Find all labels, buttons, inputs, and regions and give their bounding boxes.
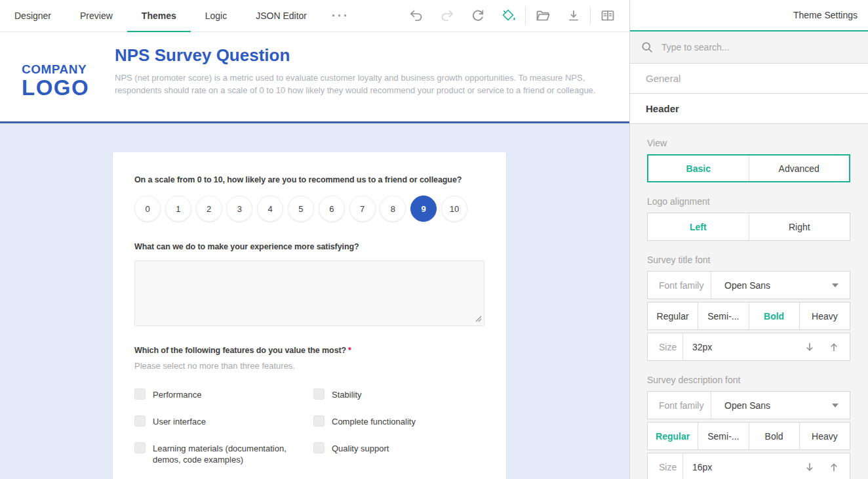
search-icon bbox=[641, 41, 654, 54]
choice-stability: Stability bbox=[313, 388, 484, 400]
arrow-up-icon bbox=[829, 462, 839, 472]
choice-learning-materials: Learning materials (documentation, demos… bbox=[134, 442, 313, 465]
survey-page-card: On a scale from 0 to 10, how likely are … bbox=[113, 152, 506, 479]
title-font-size-input[interactable]: 32px bbox=[683, 342, 797, 352]
description-font-family-row: Font family Open Sans bbox=[647, 391, 850, 419]
title-size-increase-button[interactable] bbox=[821, 342, 846, 352]
logo-alignment-toggle: Left Right bbox=[647, 213, 850, 241]
title-weight-regular-button[interactable]: Regular bbox=[648, 302, 698, 329]
redo-button[interactable] bbox=[431, 0, 462, 31]
nps-option-10[interactable]: 10 bbox=[441, 196, 467, 222]
tab-themes[interactable]: Themes bbox=[127, 0, 191, 31]
section-header[interactable]: Header bbox=[630, 94, 868, 124]
toolbar-separator bbox=[590, 7, 591, 25]
survey-preview-area: On a scale from 0 to 10, how likely are … bbox=[0, 123, 629, 479]
nps-option-8[interactable]: 8 bbox=[380, 196, 406, 222]
survey-description: NPS (net promoter score) is a metric use… bbox=[115, 72, 605, 96]
checkbox-learning-materials[interactable] bbox=[134, 442, 146, 453]
logo-text-line1: COMPANY bbox=[22, 63, 107, 75]
search-input[interactable] bbox=[661, 42, 858, 52]
reset-theme-icon bbox=[470, 8, 486, 24]
checkbox-complete-functionality[interactable] bbox=[313, 415, 325, 427]
logo-align-right-button[interactable]: Right bbox=[749, 213, 850, 240]
nps-option-5[interactable]: 5 bbox=[288, 196, 314, 222]
nps-option-2[interactable]: 2 bbox=[196, 196, 222, 222]
checkbox-performance[interactable] bbox=[134, 388, 146, 400]
chevron-down-icon[interactable] bbox=[832, 283, 838, 287]
panel-header: Theme Settings bbox=[630, 0, 868, 31]
survey-title: NPS Survey Question bbox=[115, 45, 608, 66]
description-size-decrease-button[interactable] bbox=[797, 462, 821, 472]
nps-option-0[interactable]: 0 bbox=[134, 196, 161, 222]
export-theme-button[interactable] bbox=[558, 0, 589, 31]
section-general[interactable]: General bbox=[630, 64, 868, 94]
view-basic-button[interactable]: Basic bbox=[648, 156, 749, 181]
checkbox-stability[interactable] bbox=[313, 388, 325, 400]
main-area: Designer Preview Themes Logic JSON Edito… bbox=[0, 0, 629, 479]
title-size-decrease-button[interactable] bbox=[797, 342, 821, 352]
features-question-title: Which of the following features do you v… bbox=[134, 346, 484, 355]
resize-grip-icon[interactable] bbox=[475, 316, 482, 322]
toggle-settings-panel-button[interactable] bbox=[592, 0, 623, 31]
view-toggle: Basic Advanced bbox=[647, 154, 850, 182]
title-font-weight-group: Regular Semi-... Bold Heavy bbox=[647, 302, 850, 330]
nps-rating-scale: 0 1 2 3 4 5 6 7 8 9 10 bbox=[134, 196, 484, 222]
arrow-down-icon bbox=[804, 342, 815, 352]
choice-user-interface: User interface bbox=[134, 415, 313, 427]
logo-align-left-button[interactable]: Left bbox=[648, 213, 749, 240]
features-question-subtitle: Please select no more than three feature… bbox=[134, 361, 484, 371]
title-weight-semibold-button[interactable]: Semi-... bbox=[698, 302, 748, 329]
apply-theme-button[interactable] bbox=[493, 0, 524, 31]
choice-performance: Performance bbox=[134, 388, 313, 400]
undo-button[interactable] bbox=[401, 0, 431, 31]
tab-designer[interactable]: Designer bbox=[0, 0, 66, 31]
theme-settings-panel: Theme Settings General Header View Basic… bbox=[629, 0, 868, 479]
logo-text-line2: LOGO bbox=[22, 77, 107, 98]
nps-option-9-selected[interactable]: 9 bbox=[410, 196, 437, 222]
tab-logic[interactable]: Logic bbox=[191, 0, 241, 31]
checkbox-quality-support[interactable] bbox=[313, 442, 325, 453]
tab-preview[interactable]: Preview bbox=[66, 0, 127, 31]
comment-textarea[interactable] bbox=[134, 260, 484, 326]
description-font-weight-group: Regular Semi-... Bold Heavy bbox=[647, 422, 850, 450]
creator-tabbar: Designer Preview Themes Logic JSON Edito… bbox=[0, 0, 629, 32]
description-size-increase-button[interactable] bbox=[821, 462, 846, 472]
view-label: View bbox=[647, 138, 850, 148]
redo-icon bbox=[439, 8, 455, 24]
undo-icon bbox=[408, 8, 424, 24]
logo-alignment-label: Logo alignment bbox=[647, 196, 850, 207]
description-weight-regular-button[interactable]: Regular bbox=[648, 423, 698, 449]
settings-panel-icon bbox=[600, 8, 616, 24]
arrow-up-icon bbox=[829, 342, 839, 352]
description-font-family-select[interactable]: Open Sans bbox=[711, 400, 832, 411]
description-weight-heavy-button[interactable]: Heavy bbox=[799, 423, 850, 449]
description-font-size-input[interactable]: 16px bbox=[683, 462, 797, 472]
tab-json-editor[interactable]: JSON Editor bbox=[241, 0, 321, 31]
title-weight-bold-button[interactable]: Bold bbox=[749, 302, 799, 329]
nps-option-6[interactable]: 6 bbox=[319, 196, 345, 222]
more-tabs-button[interactable]: ··· bbox=[321, 0, 360, 31]
title-font-family-select[interactable]: Open Sans bbox=[711, 280, 832, 291]
arrow-down-icon bbox=[804, 462, 815, 472]
download-icon bbox=[566, 8, 582, 24]
comment-question-title: What can we do to make your experience m… bbox=[134, 242, 484, 251]
title-font-family-row: Font family Open Sans bbox=[647, 271, 850, 299]
chevron-down-icon[interactable] bbox=[832, 404, 838, 407]
features-choices: Performance Stability User interface bbox=[134, 388, 484, 465]
theme-palette-icon bbox=[501, 8, 517, 24]
survey-header-text: NPS Survey Question NPS (net promoter sc… bbox=[115, 32, 608, 121]
checkbox-user-interface[interactable] bbox=[134, 415, 146, 427]
panel-search-row bbox=[630, 31, 868, 64]
reset-theme-button[interactable] bbox=[462, 0, 493, 31]
nps-option-1[interactable]: 1 bbox=[165, 196, 191, 222]
app-window: Designer Preview Themes Logic JSON Edito… bbox=[0, 0, 868, 479]
title-weight-heavy-button[interactable]: Heavy bbox=[799, 302, 850, 329]
view-advanced-button[interactable]: Advanced bbox=[749, 156, 850, 181]
import-theme-button[interactable] bbox=[527, 0, 558, 31]
nps-option-4[interactable]: 4 bbox=[257, 196, 283, 222]
description-weight-semibold-button[interactable]: Semi-... bbox=[698, 423, 748, 449]
nps-option-3[interactable]: 3 bbox=[226, 196, 252, 222]
comment-input-wrap bbox=[134, 260, 484, 326]
description-weight-bold-button[interactable]: Bold bbox=[749, 423, 799, 449]
nps-option-7[interactable]: 7 bbox=[349, 196, 376, 222]
